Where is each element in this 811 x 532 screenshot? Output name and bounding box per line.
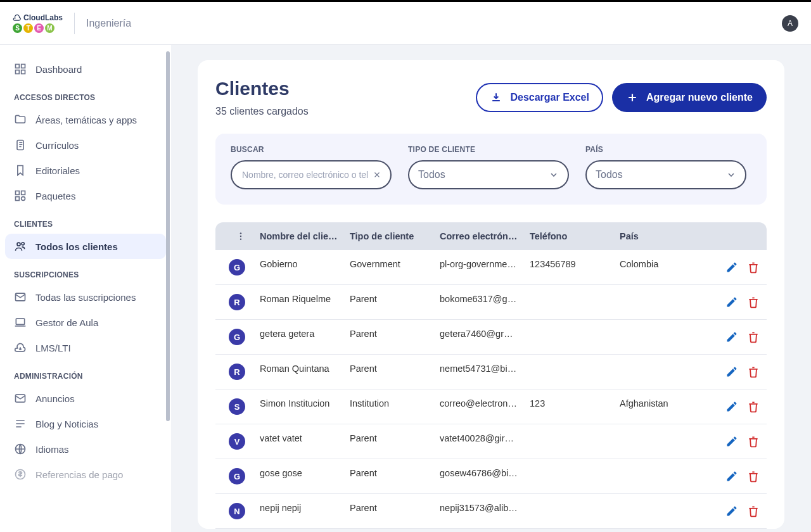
sidebar-item-anuncios[interactable]: Anuncios: [5, 386, 166, 411]
sidebar-item-dashboard[interactable]: Dashboard: [5, 56, 166, 82]
sidebar-item-idiomas[interactable]: Idiomas: [5, 436, 166, 462]
cell-tipo: Parent: [350, 364, 440, 380]
col-correo[interactable]: Correo electrón…: [440, 231, 530, 241]
svg-point-8: [17, 243, 20, 246]
sidebar-item-lms-lti[interactable]: LMS/LTI: [5, 335, 166, 360]
sidebar-section-suscripciones: SUSCRIPCIONES: [5, 259, 166, 284]
delete-button[interactable]: [746, 330, 760, 344]
clients-table: Nombre del clie… Tipo de cliente Correo …: [215, 222, 767, 529]
sidebar-item-editoriales[interactable]: Editoriales: [5, 158, 166, 183]
svg-rect-0: [16, 65, 20, 68]
sidebar-item-paquetes[interactable]: Paquetes: [5, 183, 166, 208]
dashboard-icon: [14, 63, 27, 75]
cell-telefono: [530, 433, 620, 450]
cell-pais: [620, 329, 710, 345]
sidebar-item-curriculos[interactable]: Currículos: [5, 132, 166, 158]
delete-button[interactable]: [746, 365, 760, 379]
cell-correo: correo@electron…: [440, 398, 530, 415]
sidebar-item-label: Referencias de pago: [35, 469, 123, 480]
table-row[interactable]: Nnepij nepijParentnepij31573@alib…: [215, 494, 767, 529]
app-header: CloudLabs S T E M Ingeniería A: [0, 2, 811, 45]
table-row[interactable]: RRoman QuintanaParentnemet54731@bi…: [215, 355, 767, 390]
mail-icon: [14, 291, 27, 303]
search-input[interactable]: [241, 169, 373, 180]
edit-button[interactable]: [725, 365, 739, 379]
sidebar-item-areas[interactable]: Áreas, temáticas y apps: [5, 107, 166, 132]
clients-card: Clientes 35 clientes cargados Descargar …: [198, 60, 784, 529]
logo: CloudLabs S T E M: [13, 13, 63, 33]
download-excel-button[interactable]: Descargar Excel: [476, 83, 603, 112]
edit-button[interactable]: [725, 260, 739, 274]
avatar[interactable]: A: [782, 15, 798, 32]
cell-tipo: Parent: [350, 294, 440, 310]
table-row[interactable]: Ggetera geteraParentgetera7460@gr…: [215, 320, 767, 355]
edit-button[interactable]: [725, 469, 739, 483]
delete-button[interactable]: [746, 295, 760, 309]
clear-search-icon[interactable]: [373, 170, 381, 179]
sidebar-item-blog[interactable]: Blog y Noticias: [5, 411, 166, 436]
delete-button[interactable]: [746, 504, 760, 518]
col-pais[interactable]: País: [620, 231, 710, 241]
table-menu-button[interactable]: [222, 231, 260, 241]
sidebar[interactable]: Dashboard ACCESOS DIRECTOS Áreas, temáti…: [0, 45, 171, 532]
edit-button[interactable]: [725, 400, 739, 414]
col-tipo[interactable]: Tipo de cliente: [350, 231, 440, 241]
sidebar-scrollbar[interactable]: [166, 51, 170, 526]
sidebar-item-todos-clientes[interactable]: Todos los clientes: [5, 234, 166, 259]
cell-tipo: Government: [350, 259, 440, 276]
sidebar-item-gestor-aula[interactable]: Gestor de Aula: [5, 310, 166, 335]
sidebar-item-label: Todos los clientes: [35, 241, 118, 252]
cell-correo: nemet54731@bi…: [440, 364, 530, 380]
cell-nombre: Gobierno: [260, 259, 350, 276]
client-type-select[interactable]: Todos: [408, 160, 569, 189]
row-avatar: V: [229, 433, 245, 450]
cell-nombre: nepij nepij: [260, 503, 350, 519]
laptop-icon: [14, 316, 27, 329]
delete-button[interactable]: [746, 260, 760, 274]
cell-correo: bokome6317@g…: [440, 294, 530, 310]
svg-point-15: [240, 232, 241, 234]
edit-button[interactable]: [725, 330, 739, 344]
cell-telefono: [530, 364, 620, 380]
col-telefono[interactable]: Teléfono: [530, 231, 620, 241]
type-label: TIPO DE CLIENTE: [408, 145, 569, 154]
table-row[interactable]: RRoman RiquelmeParentbokome6317@g…: [215, 285, 767, 320]
table-row[interactable]: Ggose goseParentgosew46786@bi…: [215, 459, 767, 494]
page-subtitle: 35 clientes cargados: [215, 106, 309, 117]
country-value: Todos: [596, 169, 623, 180]
delete-button[interactable]: [746, 400, 760, 414]
cell-telefono: [530, 329, 620, 345]
add-client-button[interactable]: Agregar nuevo cliente: [612, 83, 767, 112]
table-row[interactable]: GGobiernoGovernmentpl-org-governme…12345…: [215, 250, 767, 285]
currency-icon: [14, 468, 27, 481]
chevron-down-icon: [726, 170, 736, 180]
sidebar-item-suscripciones[interactable]: Todas las suscripciones: [5, 284, 166, 310]
country-select[interactable]: Todos: [585, 160, 746, 189]
col-nombre[interactable]: Nombre del clie…: [260, 231, 350, 241]
row-avatar: R: [229, 294, 245, 310]
row-avatar: G: [229, 468, 245, 484]
cell-pais: [620, 364, 710, 380]
stem-t: T: [23, 23, 33, 33]
cell-correo: getera7460@gr…: [440, 329, 530, 345]
download-icon: [490, 91, 502, 104]
delete-button[interactable]: [746, 469, 760, 483]
stem-m: M: [45, 23, 54, 33]
edit-button[interactable]: [725, 434, 739, 448]
chevron-down-icon: [549, 170, 559, 180]
sidebar-item-label: Blog y Noticias: [35, 419, 98, 429]
sidebar-item-referencias-pago[interactable]: Referencias de pago: [5, 462, 166, 487]
svg-point-17: [240, 238, 241, 239]
sidebar-section-accesos: ACCESOS DIRECTOS: [5, 82, 166, 107]
add-client-label: Agregar nuevo cliente: [646, 92, 753, 103]
edit-button[interactable]: [725, 295, 739, 309]
svg-rect-1: [22, 65, 25, 68]
search-input-wrap[interactable]: [231, 160, 392, 189]
table-row[interactable]: SSimon InstitucionInstitutioncorreo@elec…: [215, 390, 767, 424]
edit-button[interactable]: [725, 504, 739, 518]
bars-icon: [14, 417, 27, 430]
delete-button[interactable]: [746, 434, 760, 448]
cell-tipo: Parent: [350, 468, 440, 484]
table-row[interactable]: Vvatet vatetParentvatet40028@gir…: [215, 424, 767, 459]
row-avatar: G: [229, 259, 245, 276]
